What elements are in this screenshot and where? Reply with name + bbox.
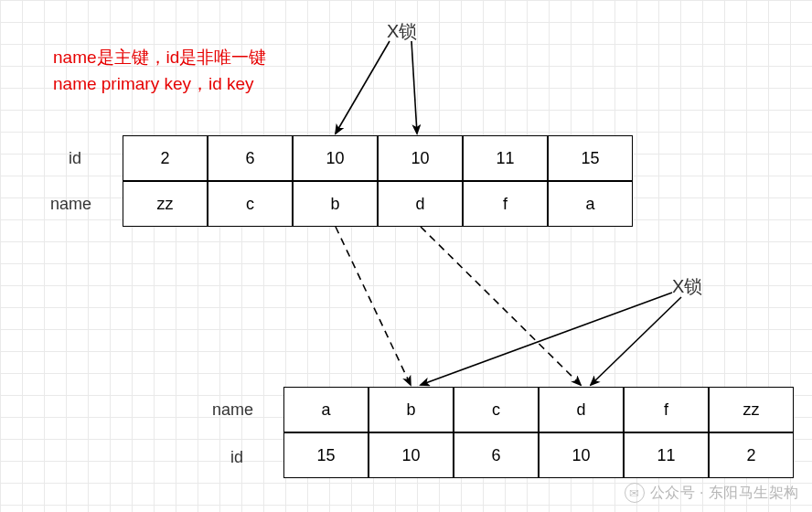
table2-r2c3: 6 bbox=[454, 432, 539, 478]
table1-r2c6: a bbox=[548, 181, 633, 227]
table1-r1c2: 6 bbox=[208, 135, 293, 181]
table2-r1c1: a bbox=[283, 387, 369, 432]
arrow-top-lock-to-id10-right bbox=[411, 41, 417, 133]
table1-r1c4: 10 bbox=[378, 135, 463, 181]
table2-row2-header: id bbox=[230, 448, 243, 467]
table2-r2c4: 10 bbox=[539, 432, 624, 478]
table2-r1c3: c bbox=[454, 387, 539, 432]
table1-r2c4: d bbox=[378, 181, 463, 227]
table2-row1-header: name bbox=[212, 400, 253, 420]
table1-row2-header: name bbox=[50, 195, 91, 214]
table1-r1c1: 2 bbox=[123, 135, 208, 181]
table2-r1c2: b bbox=[369, 387, 454, 432]
arrow-bottom-lock-to-name-d bbox=[591, 297, 681, 385]
schema-note: name是主键，id是非唯一键 name primary key，id key bbox=[53, 44, 266, 98]
wechat-icon: ✉ bbox=[625, 483, 645, 503]
note-line1: name是主键，id是非唯一键 bbox=[53, 44, 266, 70]
table2-r2c6: 2 bbox=[709, 432, 794, 478]
table1-r1c6: 15 bbox=[548, 135, 633, 181]
table1-r2c2: c bbox=[208, 181, 293, 227]
arrow-bottom-lock-to-name-b bbox=[421, 293, 672, 385]
dashed-arrow-b-to-b bbox=[336, 227, 411, 385]
table2-r1c5: f bbox=[624, 387, 709, 432]
table1-r1c5: 11 bbox=[463, 135, 548, 181]
table2-r2c5: 11 bbox=[624, 432, 709, 478]
table2-r2c1: 15 bbox=[283, 432, 369, 478]
table1-r1c3: 10 bbox=[293, 135, 378, 181]
watermark: ✉ 公众号 · 东阳马生架构 bbox=[625, 483, 799, 503]
table2-r1c4: d bbox=[539, 387, 624, 432]
table2-r2c2: 10 bbox=[369, 432, 454, 478]
table1-r2c1: zz bbox=[123, 181, 208, 227]
note-line2: name primary key，id key bbox=[53, 70, 266, 97]
dashed-arrow-d-to-d bbox=[421, 227, 581, 385]
table1-r2c3: b bbox=[293, 181, 378, 227]
watermark-text: 公众号 · 东阳马生架构 bbox=[650, 484, 799, 503]
diagram-layer: name是主键，id是非唯一键 name primary key，id key … bbox=[0, 0, 812, 512]
x-lock-label-top: X锁 bbox=[387, 19, 417, 44]
table2-r1c6: zz bbox=[709, 387, 794, 432]
arrow-top-lock-to-id10-left bbox=[336, 41, 390, 133]
table1-r2c5: f bbox=[463, 181, 548, 227]
x-lock-label-bottom: X锁 bbox=[672, 274, 702, 299]
table1-row1-header: id bbox=[69, 149, 81, 168]
